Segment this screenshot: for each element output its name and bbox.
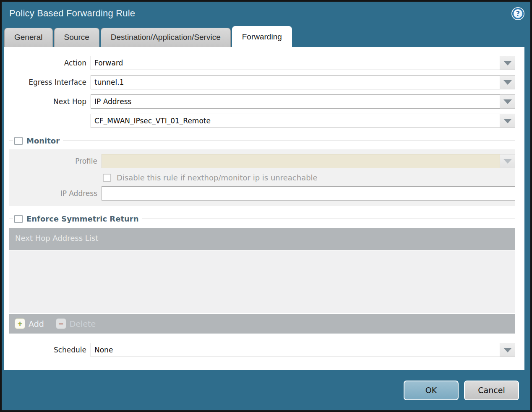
fieldset-line (9, 219, 13, 219)
egress-interface-label: Egress Interface (4, 78, 91, 86)
enforce-section-header: Enforce Symmetric Return (9, 214, 515, 223)
enforce-symmetric-return-checkbox[interactable] (14, 215, 23, 223)
chevron-down-icon (503, 348, 512, 352)
profile-select-disabled (102, 154, 500, 168)
chevron-down-icon (503, 159, 512, 164)
tab-general[interactable]: General (4, 28, 53, 47)
add-button-label: Add (29, 319, 44, 329)
fieldset-line (9, 141, 13, 141)
chevron-down-icon (503, 61, 512, 65)
plus-icon: + (15, 318, 25, 329)
monitor-section-header: Monitor (9, 136, 515, 145)
dialog-footer: OK Cancel (2, 370, 530, 410)
forwarding-tab-panel: Action Egress Interface Next Hop (4, 47, 524, 370)
egress-interface-select[interactable] (91, 75, 500, 89)
next-hop-address-row (4, 114, 515, 128)
chevron-down-icon (503, 80, 512, 85)
enforce-section-title: Enforce Symmetric Return (23, 214, 142, 223)
next-hop-address-select[interactable] (91, 114, 500, 128)
profile-dropdown-button (500, 154, 515, 168)
schedule-select[interactable] (91, 343, 500, 357)
next-hop-address-list-body[interactable] (9, 250, 515, 313)
disable-rule-row: Disable this rule if nexthop/monitor ip … (102, 173, 515, 182)
schedule-label: Schedule (4, 346, 91, 354)
dialog-title: Policy Based Forwarding Rule (9, 8, 135, 19)
profile-row: Profile (9, 154, 515, 168)
tab-strip: General Source Destination/Application/S… (2, 25, 530, 47)
fieldset-line (142, 219, 515, 219)
add-button[interactable]: + Add (15, 318, 44, 329)
schedule-dropdown-button[interactable] (500, 343, 515, 357)
monitor-ip-address-label: IP Address (9, 189, 102, 198)
tab-destination-application-service[interactable]: Destination/Application/Service (101, 28, 231, 47)
monitor-ip-address-input (102, 186, 515, 201)
chevron-down-icon (503, 119, 512, 123)
cancel-button[interactable]: Cancel (464, 381, 519, 400)
help-icon[interactable]: ? (512, 8, 524, 19)
next-hop-type-select[interactable] (91, 94, 500, 109)
action-label: Action (4, 59, 91, 67)
tab-source[interactable]: Source (54, 28, 99, 47)
egress-interface-dropdown-button[interactable] (500, 75, 515, 89)
monitor-section-title: Monitor (23, 136, 63, 145)
ok-button[interactable]: OK (404, 381, 459, 400)
next-hop-address-list-header: Next Hop Address List (9, 228, 515, 250)
next-hop-type-row: Next Hop (4, 94, 515, 109)
delete-button-label: Delete (70, 319, 96, 329)
fieldset-line (63, 141, 515, 141)
disable-rule-label: Disable this rule if nexthop/monitor ip … (111, 173, 318, 182)
schedule-row: Schedule (4, 343, 515, 357)
profile-label: Profile (9, 157, 102, 165)
enforce-symmetric-return-section: Enforce Symmetric Return Next Hop Addres… (9, 214, 515, 334)
monitor-section: Monitor Profile Disable this rule if nex… (9, 136, 515, 206)
action-select[interactable] (91, 56, 500, 70)
monitor-checkbox[interactable] (14, 137, 23, 145)
disable-rule-checkbox (103, 174, 111, 182)
title-bar: Policy Based Forwarding Rule ? (2, 2, 530, 25)
delete-button: − Delete (56, 318, 96, 329)
next-hop-address-list-table: Next Hop Address List + Add − Delete (9, 228, 515, 334)
egress-interface-row: Egress Interface (4, 75, 515, 89)
tab-forwarding[interactable]: Forwarding (232, 26, 292, 47)
next-hop-address-dropdown-button[interactable] (500, 114, 515, 128)
monitor-ip-address-row: IP Address (9, 186, 515, 201)
monitor-panel: Profile Disable this rule if nexthop/mon… (9, 149, 515, 206)
next-hop-label: Next Hop (4, 97, 91, 106)
action-dropdown-button[interactable] (500, 56, 515, 70)
policy-based-forwarding-dialog: Policy Based Forwarding Rule ? General S… (0, 0, 532, 412)
table-toolbar: + Add − Delete (9, 314, 515, 334)
minus-icon: − (56, 318, 66, 329)
action-row: Action (4, 56, 515, 70)
chevron-down-icon (503, 99, 512, 104)
next-hop-type-dropdown-button[interactable] (500, 94, 515, 109)
